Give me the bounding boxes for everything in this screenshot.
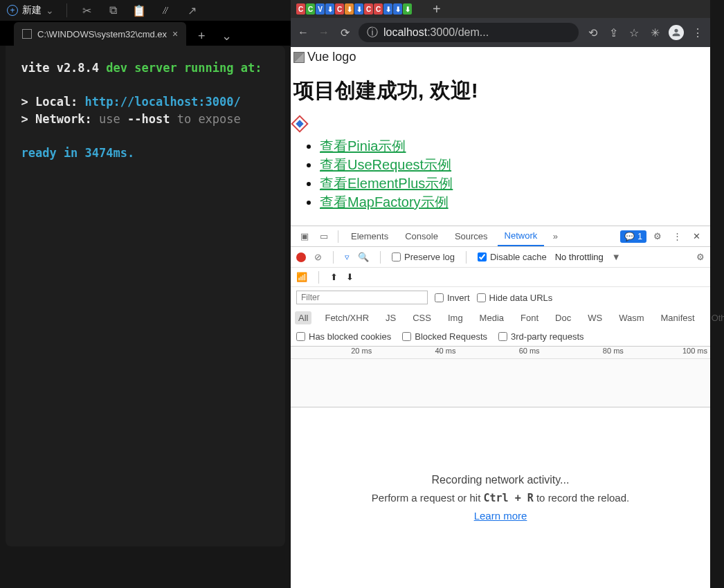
record-button[interactable]: [296, 252, 306, 262]
label: Has blocked cookies: [309, 331, 391, 342]
invert-checkbox[interactable]: Invert: [435, 293, 470, 303]
new-browser-tab-button[interactable]: +: [433, 1, 441, 17]
terminal-tab[interactable]: C:\WINDOWS\system32\cmd.ex ×: [14, 22, 186, 46]
type-ws[interactable]: WS: [584, 311, 606, 324]
demo-link[interactable]: 查看UseRequest示例: [320, 157, 451, 172]
cut-icon[interactable]: ✂: [80, 3, 93, 17]
wifi-icon[interactable]: 📶: [296, 272, 307, 282]
upload-icon[interactable]: ⬆: [330, 272, 338, 282]
url-host: localhost: [383, 26, 427, 38]
close-icon[interactable]: ×: [172, 28, 178, 39]
tab-menu-button[interactable]: ⌄: [217, 26, 236, 46]
tl: 100 ms: [626, 347, 710, 358]
blocked-requests-checkbox[interactable]: Blocked Requests: [402, 331, 487, 342]
search-icon[interactable]: 🔍: [358, 252, 369, 262]
translate-icon[interactable]: ⟲: [586, 26, 599, 39]
paste-icon[interactable]: 📋: [132, 3, 146, 17]
tab-network[interactable]: Network: [498, 226, 545, 246]
hide-data-urls-checkbox[interactable]: Hide data URLs: [477, 293, 553, 303]
blocked-cookies-checkbox[interactable]: Has blocked cookies: [296, 331, 391, 342]
type-all[interactable]: All: [295, 311, 311, 324]
inspect-icon[interactable]: ▣: [296, 228, 313, 245]
t: > Network:: [7, 112, 92, 126]
clear-icon[interactable]: ⊘: [314, 252, 322, 262]
disable-cache-checkbox[interactable]: Disable cache: [478, 252, 547, 262]
new-tab-button[interactable]: + 新建 ⌄: [7, 4, 54, 17]
chevron-down-icon[interactable]: ▼: [612, 252, 621, 262]
address-bar[interactable]: ⓘ localhost:3000/dem...: [359, 23, 579, 42]
t: Perform a request or hit: [372, 492, 484, 504]
separator: [318, 271, 319, 284]
tab-sources[interactable]: Sources: [448, 227, 495, 246]
resource-type-filter: All Fetch/XHR JS CSS Img Media Font Doc …: [291, 308, 710, 327]
type-other[interactable]: Other: [708, 311, 724, 324]
empty-heading: Recording network activity...: [432, 474, 570, 486]
shortcut: Ctrl + R: [484, 492, 534, 504]
extra-filters: Has blocked cookies Blocked Requests 3rd…: [291, 327, 710, 347]
separator: [338, 230, 338, 243]
type-js[interactable]: JS: [382, 311, 399, 324]
network-empty-state: Recording network activity... Perform a …: [291, 407, 710, 588]
type-img[interactable]: Img: [444, 311, 467, 324]
demo-link[interactable]: 查看ElementPlus示例: [320, 176, 453, 191]
separator: [466, 251, 467, 264]
copy-icon[interactable]: ⧉: [106, 3, 120, 17]
split-icon[interactable]: ⫽: [159, 3, 172, 17]
filter-input[interactable]: [296, 291, 428, 304]
share-page-icon[interactable]: ⇪: [606, 26, 620, 39]
device-toggle-icon[interactable]: ▭: [316, 228, 332, 245]
page-content: Vue logo 项目创建成功, 欢迎! 查看Pinia示例 查看UseRequ…: [291, 47, 710, 226]
terminal-output[interactable]: vite v2.8.4 dev server running at: > Loc…: [6, 46, 285, 546]
type-fetch[interactable]: Fetch/XHR: [321, 311, 372, 324]
issues-badge[interactable]: 💬 1: [620, 230, 646, 243]
type-font[interactable]: Font: [517, 311, 542, 324]
type-media[interactable]: Media: [476, 311, 507, 324]
network-timeline[interactable]: 20 ms 40 ms 60 ms 80 ms 100 ms: [291, 347, 710, 407]
back-button[interactable]: ←: [296, 26, 310, 39]
tab-elements[interactable]: Elements: [344, 227, 395, 246]
label: Preserve log: [404, 252, 455, 262]
cmd-icon: [22, 29, 32, 39]
extensions-icon[interactable]: ✳: [648, 26, 662, 39]
browser-tab-strip: CCV⬇ C⬇⬇C C⬇⬇⬇ +: [291, 0, 710, 18]
share-icon[interactable]: ↗: [185, 3, 199, 17]
browser-window: CCV⬇ C⬇⬇C C⬇⬇⬇ + ← → ⟳ ⓘ localhost:3000/…: [291, 0, 710, 588]
t: vite v2.8.4: [7, 61, 99, 75]
type-doc[interactable]: Doc: [552, 311, 574, 324]
profile-avatar[interactable]: [669, 25, 684, 40]
info-icon: ⓘ: [367, 26, 378, 40]
learn-more-link[interactable]: Learn more: [474, 510, 527, 522]
demo-link[interactable]: 查看MapFactory示例: [320, 194, 449, 210]
download-icon[interactable]: ⬇: [346, 272, 354, 282]
list-item: 查看MapFactory示例: [320, 193, 710, 212]
network-toolbar: ⊘ ▿ 🔍 Preserve log Disable cache No thro…: [291, 247, 710, 268]
bookmark-icon[interactable]: ☆: [627, 26, 641, 39]
t: dev server running at:: [99, 61, 262, 75]
terminal-tab-bar: C:\WINDOWS\system32\cmd.ex × + ⌄: [0, 21, 291, 46]
label: Hide data URLs: [489, 293, 553, 303]
devtools-close-button[interactable]: ✕: [688, 228, 705, 245]
throttling-select[interactable]: No throttling: [555, 252, 604, 262]
tab-favicons[interactable]: CCV⬇ C⬇⬇C C⬇⬇⬇: [296, 3, 412, 15]
demo-link[interactable]: 查看Pinia示例: [320, 138, 406, 154]
filter-icon[interactable]: ▿: [345, 252, 350, 262]
network-settings-icon[interactable]: ⚙: [696, 252, 705, 262]
menu-icon[interactable]: ⋮: [691, 26, 705, 39]
link-list: 查看Pinia示例 查看UseRequest示例 查看ElementPlus示例…: [320, 137, 710, 212]
type-wasm[interactable]: Wasm: [615, 311, 647, 324]
diamond-icon: [291, 115, 308, 132]
url-path: :3000/dem...: [427, 26, 489, 38]
type-manifest[interactable]: Manifest: [657, 311, 698, 324]
kebab-icon[interactable]: ⋮: [669, 228, 685, 245]
separator: [333, 251, 334, 264]
add-tab-button[interactable]: +: [192, 26, 211, 46]
type-css[interactable]: CSS: [409, 311, 435, 324]
list-item: 查看UseRequest示例: [320, 156, 710, 174]
preserve-log-checkbox[interactable]: Preserve log: [392, 252, 455, 262]
third-party-checkbox[interactable]: 3rd-party requests: [498, 331, 584, 342]
gear-icon[interactable]: ⚙: [649, 228, 666, 245]
forward-button[interactable]: →: [317, 26, 331, 39]
tab-console[interactable]: Console: [398, 227, 445, 246]
more-tabs-icon[interactable]: »: [547, 228, 563, 245]
reload-button[interactable]: ⟳: [338, 26, 352, 39]
